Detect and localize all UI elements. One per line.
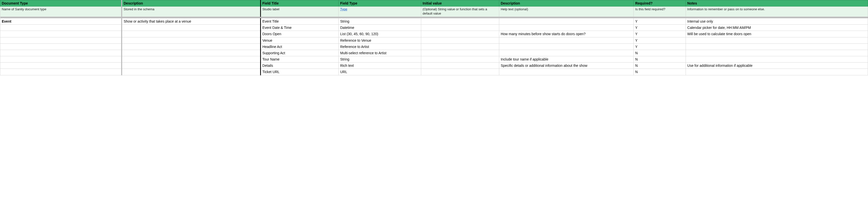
cell-field-title[interactable]: Tour Name (260, 56, 338, 62)
cell-field-title[interactable]: Doors Open (260, 31, 338, 37)
cell-description[interactable] (499, 50, 633, 56)
col-header-description-1[interactable]: Description (122, 0, 260, 6)
cell-document-type[interactable] (0, 56, 122, 62)
cell-document-description[interactable] (122, 62, 260, 69)
table-row: Supporting ActMulti-select reference to … (0, 50, 868, 56)
col-header-field-title[interactable]: Field Title (260, 0, 338, 6)
cell-document-type[interactable] (0, 31, 122, 37)
cell-notes[interactable]: Calendar picker for date, HH:MM AM/PM (686, 25, 868, 31)
sub-description-1[interactable]: Stored in the schema (122, 6, 260, 17)
table-row: Ticket URLURLN (0, 69, 868, 75)
table-row: Doors OpenList (30, 45, 60, 90, 120)How … (0, 31, 868, 37)
cell-initial[interactable] (421, 31, 499, 37)
table-row: Tour NameStringInclude tour name if appl… (0, 56, 868, 62)
cell-field-type[interactable]: URL (338, 69, 421, 75)
cell-notes[interactable] (686, 50, 868, 56)
cell-notes[interactable] (686, 69, 868, 75)
cell-description[interactable]: Specific details or additional informati… (499, 62, 633, 69)
cell-initial[interactable] (421, 18, 499, 24)
col-header-required[interactable]: Required? (634, 0, 686, 6)
sub-initial[interactable]: (Optional) String value or function that… (421, 6, 499, 17)
cell-description[interactable] (499, 18, 633, 24)
cell-document-description[interactable] (122, 25, 260, 31)
cell-required[interactable]: Y (634, 18, 686, 24)
table-row: VenueReference to VenueY (0, 37, 868, 44)
schema-table: Document Type Description Field Title Fi… (0, 0, 868, 75)
cell-notes[interactable]: Internal use only (686, 18, 868, 24)
cell-required[interactable]: Y (634, 44, 686, 50)
cell-required[interactable]: N (634, 69, 686, 75)
cell-field-title[interactable]: Event Title (260, 18, 338, 24)
table-row: Event Date & TimeDatetimeYCalendar picke… (0, 25, 868, 31)
cell-field-type[interactable]: String (338, 56, 421, 62)
cell-field-type[interactable]: Multi-select reference to Artist (338, 50, 421, 56)
cell-field-title[interactable]: Details (260, 62, 338, 69)
sub-document-type[interactable]: Name of Sanity document type (0, 6, 122, 17)
cell-document-description[interactable] (122, 37, 260, 44)
cell-document-type[interactable] (0, 62, 122, 69)
cell-notes[interactable] (686, 44, 868, 50)
sub-description-2[interactable]: Help text (optional) (499, 6, 633, 17)
cell-field-type[interactable]: Datetime (338, 25, 421, 31)
cell-initial[interactable] (421, 25, 499, 31)
cell-field-title[interactable]: Ticket URL (260, 69, 338, 75)
cell-document-description[interactable] (122, 69, 260, 75)
cell-field-type[interactable]: Reference to Artist (338, 44, 421, 50)
cell-field-title[interactable]: Event Date & Time (260, 25, 338, 31)
col-header-description-2[interactable]: Description (499, 0, 633, 6)
cell-document-type[interactable] (0, 37, 122, 44)
type-link[interactable]: Type (340, 7, 347, 11)
sub-required[interactable]: Is this field required? (634, 6, 686, 17)
cell-document-type[interactable] (0, 25, 122, 31)
cell-description[interactable]: How many minutes before show starts do d… (499, 31, 633, 37)
sub-field-type[interactable]: Type (338, 6, 421, 17)
cell-description[interactable] (499, 25, 633, 31)
col-header-document-type[interactable]: Document Type (0, 0, 122, 6)
cell-description[interactable]: Include tour name if applicable (499, 56, 633, 62)
document-name: Event (2, 19, 11, 23)
cell-description[interactable] (499, 37, 633, 44)
cell-initial[interactable] (421, 50, 499, 56)
cell-required[interactable]: Y (634, 25, 686, 31)
cell-field-title[interactable]: Venue (260, 37, 338, 44)
cell-notes[interactable] (686, 56, 868, 62)
cell-document-type[interactable] (0, 50, 122, 56)
subheader-row: Name of Sanity document type Stored in t… (0, 6, 868, 17)
cell-initial[interactable] (421, 62, 499, 69)
cell-notes[interactable]: Will be used to calculate time doors ope… (686, 31, 868, 37)
col-header-notes[interactable]: Notes (686, 0, 868, 6)
cell-notes[interactable]: Use for additional information if applic… (686, 62, 868, 69)
cell-required[interactable]: N (634, 62, 686, 69)
cell-initial[interactable] (421, 56, 499, 62)
cell-field-title[interactable]: Supporting Act (260, 50, 338, 56)
cell-required[interactable]: N (634, 56, 686, 62)
cell-document-description[interactable] (122, 44, 260, 50)
cell-document-type[interactable] (0, 44, 122, 50)
sub-notes[interactable]: Information to remember or pass on to so… (686, 6, 868, 17)
cell-document-description[interactable] (122, 56, 260, 62)
cell-document-type[interactable] (0, 69, 122, 75)
cell-field-type[interactable]: Reference to Venue (338, 37, 421, 44)
sub-field-title[interactable]: Studio label (260, 6, 338, 17)
cell-field-type[interactable]: String (338, 18, 421, 24)
cell-required[interactable]: N (634, 50, 686, 56)
header-row: Document Type Description Field Title Fi… (0, 0, 868, 6)
cell-field-type[interactable]: List (30, 45, 60, 90, 120) (338, 31, 421, 37)
cell-initial[interactable] (421, 44, 499, 50)
cell-initial[interactable] (421, 37, 499, 44)
col-header-field-type[interactable]: Field Type (338, 0, 421, 6)
cell-required[interactable]: Y (634, 31, 686, 37)
cell-document-description[interactable] (122, 31, 260, 37)
cell-document-description[interactable] (122, 50, 260, 56)
cell-field-title[interactable]: Headline Act (260, 44, 338, 50)
cell-document-description[interactable]: Show or activity that takes place at a v… (122, 18, 260, 24)
table-row: Headline ActReference to ArtistY (0, 44, 868, 50)
col-header-initial[interactable]: Initial value (421, 0, 499, 6)
cell-notes[interactable] (686, 37, 868, 44)
cell-initial[interactable] (421, 69, 499, 75)
cell-field-type[interactable]: Rich text (338, 62, 421, 69)
cell-description[interactable] (499, 44, 633, 50)
cell-description[interactable] (499, 69, 633, 75)
cell-document-type[interactable]: Event (0, 18, 122, 24)
cell-required[interactable]: Y (634, 37, 686, 44)
